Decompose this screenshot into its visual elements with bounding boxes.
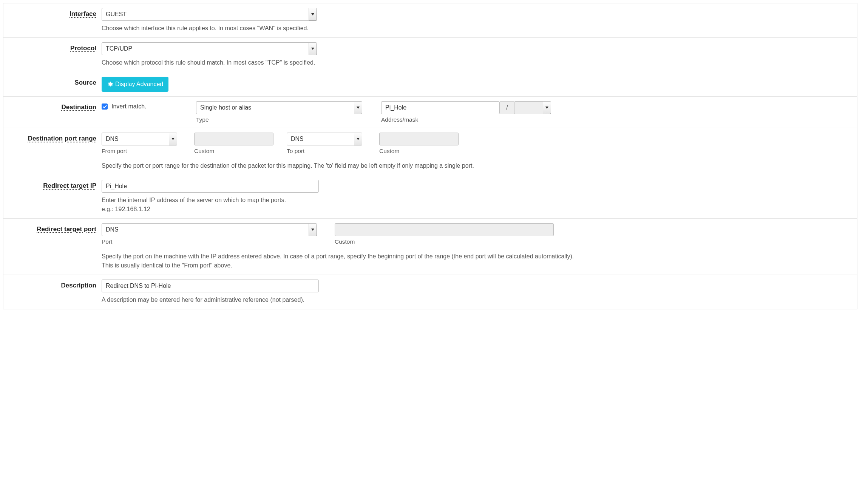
dpr-from-select[interactable]: DNS [102, 133, 177, 145]
description-value: Redirect DNS to Pi-Hole [106, 283, 171, 289]
dropdown-caret-icon [309, 8, 317, 20]
row-source: Source Display Advanced [3, 72, 857, 97]
destination-type-sublabel: Type [196, 116, 381, 123]
dpr-from-value: DNS [106, 136, 119, 142]
row-redirect-port: Redirect target port DNS Port Custom Spe… [3, 219, 857, 275]
dpr-custom-from-input[interactable] [194, 133, 273, 145]
dropdown-caret-icon [543, 102, 551, 114]
label-destination[interactable]: Destination [61, 104, 96, 111]
display-advanced-button[interactable]: Display Advanced [102, 77, 168, 92]
destination-mask-select[interactable] [514, 101, 551, 114]
row-destination: Destination Invert match. Single host or… [3, 97, 857, 128]
check-icon [103, 105, 107, 108]
label-dpr[interactable]: Destination port range [28, 135, 96, 142]
dpr-to-sublabel: To port [287, 148, 379, 154]
destination-address-value: Pi_Hole [385, 104, 406, 111]
dpr-custom2-sublabel: Custom [379, 148, 472, 154]
row-redirect-ip: Redirect target IP Pi_Hole Enter the int… [3, 175, 857, 219]
nat-rule-form: Interface GUEST Choose which interface t… [3, 3, 857, 309]
gear-icon [107, 81, 113, 87]
label-redirect-port[interactable]: Redirect target port [37, 226, 96, 233]
label-description: Description [61, 282, 96, 289]
display-advanced-label: Display Advanced [115, 81, 163, 88]
dpr-custom-to-input[interactable] [379, 133, 459, 145]
dpr-to-value: DNS [291, 136, 304, 142]
dpr-custom1-sublabel: Custom [194, 148, 287, 154]
dropdown-caret-icon [309, 43, 317, 55]
redirect-ip-value: Pi_Hole [106, 183, 127, 190]
row-description: Description Redirect DNS to Pi-Hole A de… [3, 275, 857, 309]
dropdown-caret-icon [309, 224, 317, 236]
invert-match-checkbox[interactable] [102, 104, 108, 110]
dropdown-caret-icon [354, 133, 362, 145]
interface-help: Choose which interface this rule applies… [102, 24, 852, 33]
label-redirect-ip[interactable]: Redirect target IP [43, 182, 96, 189]
redirect-port-custom-sublabel: Custom [335, 238, 852, 245]
row-interface: Interface GUEST Choose which interface t… [3, 3, 857, 38]
destination-address-input[interactable]: Pi_Hole [381, 101, 500, 114]
redirect-ip-input[interactable]: Pi_Hole [102, 180, 319, 193]
redirect-port-select[interactable]: DNS [102, 223, 317, 236]
interface-select-value: GUEST [106, 11, 127, 18]
redirect-port-custom-input[interactable] [335, 223, 554, 236]
redirect-port-sublabel: Port [102, 238, 333, 245]
protocol-select[interactable]: TCP/UDP [102, 42, 317, 55]
label-protocol[interactable]: Protocol [70, 45, 96, 52]
protocol-select-value: TCP/UDP [106, 45, 132, 52]
dropdown-caret-icon [169, 133, 177, 145]
dpr-from-sublabel: From port [102, 148, 194, 154]
description-input[interactable]: Redirect DNS to Pi-Hole [102, 280, 319, 292]
row-destination-port-range: Destination port range DNS From port Cus… [3, 128, 857, 175]
row-protocol: Protocol TCP/UDP Choose which protocol t… [3, 38, 857, 72]
protocol-help: Choose which protocol this rule should m… [102, 58, 852, 67]
dpr-help: Specify the port or port range for the d… [102, 161, 852, 170]
mask-separator: / [500, 101, 514, 114]
label-interface[interactable]: Interface [70, 10, 96, 17]
dropdown-caret-icon [354, 102, 362, 114]
redirect-port-value: DNS [106, 226, 119, 233]
description-help: A description may be entered here for ad… [102, 295, 852, 304]
invert-match-label: Invert match. [111, 103, 146, 110]
destination-type-select[interactable]: Single host or alias [196, 101, 362, 114]
destination-addrmask-sublabel: Address/mask [381, 116, 551, 123]
interface-select[interactable]: GUEST [102, 8, 317, 21]
destination-type-value: Single host or alias [200, 104, 251, 111]
redirect-ip-help: Enter the internal IP address of the ser… [102, 196, 852, 214]
redirect-port-help: Specify the port on the machine with the… [102, 252, 852, 270]
dpr-to-select[interactable]: DNS [287, 133, 362, 145]
label-source: Source [74, 79, 96, 86]
